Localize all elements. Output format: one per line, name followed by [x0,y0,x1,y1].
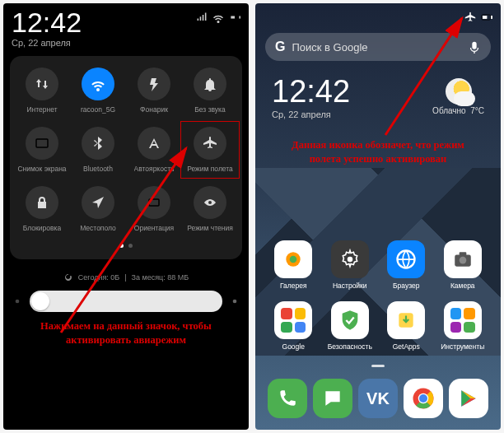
qs-tile-bluetooth[interactable]: Bluetooth [71,123,125,176]
qs-pager[interactable] [15,244,237,248]
data-today: Сегодня: 0Б [78,273,119,282]
app-label: Настройки [333,282,367,290]
tools-icon[interactable] [444,301,482,339]
app-camera[interactable]: Камера [435,240,492,290]
home-date: Ср, 22 апреля [272,109,350,119]
dock-vk[interactable]: VK [358,379,398,418]
browser-icon[interactable] [387,240,425,278]
phone-right-homescreen: G Поиск в Google 12:42 Ср, 22 апреля Обл… [255,3,501,430]
qs-tile-screenshot[interactable]: Снимок экрана [15,123,69,176]
lock-icon [35,195,49,210]
qs-label: Режим полета [187,165,233,173]
dock-phone[interactable] [268,379,307,418]
security-icon[interactable] [331,301,369,339]
brightness-low-icon [12,296,23,307]
qs-label: Блокировка [23,224,61,232]
getapps-icon[interactable] [387,301,425,339]
brightness-high-icon [229,296,240,307]
dock-play[interactable] [449,379,488,418]
svg-rect-15 [459,252,466,255]
qs-label: Интернет [26,105,57,114]
brightness-slider[interactable] [12,291,240,312]
location-button[interactable] [82,186,114,219]
weather-widget[interactable]: Облачно 7°C [432,78,484,115]
qs-tile-wifi[interactable]: racoon_5G [71,64,125,117]
phone-left-quicksettings: 12:42 Ср, 22 апреля Интернетracoon_5GФон… [3,3,249,430]
svg-point-14 [459,257,466,264]
wifi-button[interactable] [82,68,114,100]
flashlight-icon [147,77,161,91]
brightness-track[interactable] [30,291,222,312]
qs-label: Автояркость [134,165,175,173]
wifi-icon [91,77,105,91]
home-pager[interactable] [255,365,501,367]
qs-label: Снимок экрана [17,165,66,173]
gallery-icon[interactable] [274,240,312,278]
orientation-button[interactable] [138,186,170,219]
qs-tile-airplane[interactable]: Режим полета [183,123,237,176]
app-label: Google [282,342,305,351]
lock-button[interactable] [26,186,58,219]
brightness-thumb[interactable] [31,292,49,310]
refresh-icon [63,272,73,282]
quicksettings-panel: Интернетracoon_5GФонарикБез звукаСнимок … [10,56,242,259]
google-icon[interactable] [274,301,312,339]
qs-tile-orientation[interactable]: Ориентация [127,183,181,235]
autobright-button[interactable] [138,127,170,160]
qs-tile-flashlight[interactable]: Фонарик [127,64,181,117]
app-tools[interactable]: Инструменты [435,301,492,351]
battery-icon [481,12,492,23]
orientation-icon [147,195,161,210]
location-icon [91,195,105,210]
silent-button[interactable] [194,68,226,100]
settings-icon[interactable] [331,240,369,278]
data-month: За месяц: 88 МБ [132,273,189,282]
app-label: Камера [450,282,475,290]
airplane-button[interactable] [194,127,226,160]
app-google[interactable]: Google [265,301,322,351]
flashlight-button[interactable] [138,68,170,100]
google-search-bar[interactable]: G Поиск в Google [265,33,491,61]
internet-button[interactable] [26,68,58,100]
svg-point-10 [290,256,297,263]
dock-chrome[interactable] [404,379,443,418]
app-getapps[interactable]: GetApps [378,301,435,351]
bluetooth-button[interactable] [82,127,114,160]
annotation-text: Данная иконка обозначет, что режим полет… [262,138,494,166]
qs-label: racoon_5G [81,105,115,114]
airplane-icon [464,12,476,23]
app-gallery[interactable]: Галерея [265,240,322,290]
reading-icon [203,195,217,210]
screenshot-button[interactable] [26,127,58,160]
silent-icon [203,77,217,91]
qs-tile-silent[interactable]: Без звука [183,64,237,117]
signal-icon [196,12,208,23]
svg-point-11 [348,257,353,263]
qs-tile-reading[interactable]: Режим чтения [183,183,237,235]
status-icons [180,8,240,23]
camera-icon[interactable] [444,240,482,278]
qs-label: Фонарик [140,105,168,114]
qs-tile-lock[interactable]: Блокировка [15,183,69,235]
qs-label: Местополо [80,224,116,232]
app-browser[interactable]: Браузер [378,240,435,290]
data-usage-bar[interactable]: Сегодня: 0Б | За месяц: 88 МБ [10,272,242,282]
mic-icon[interactable] [468,40,481,54]
app-security[interactable]: Безопасность [322,301,379,351]
qs-tile-autobright[interactable]: Автояркость [127,123,181,176]
battery-icon [229,12,240,23]
qs-tile-location[interactable]: Местополо [71,183,125,235]
qs-tile-internet[interactable]: Интернет [15,64,69,117]
internet-icon [35,77,49,91]
dock-messages[interactable] [313,379,352,418]
svg-point-21 [419,394,427,403]
search-placeholder: Поиск в Google [292,41,461,54]
home-time: 12:42 [272,74,350,109]
autobright-icon [147,136,161,151]
app-settings[interactable]: Настройки [322,240,379,290]
airplane-icon [203,136,217,151]
reading-button[interactable] [194,186,226,219]
weather-icon [446,78,472,105]
status-icons [464,8,492,23]
qs-label: Режим чтения [187,224,233,232]
